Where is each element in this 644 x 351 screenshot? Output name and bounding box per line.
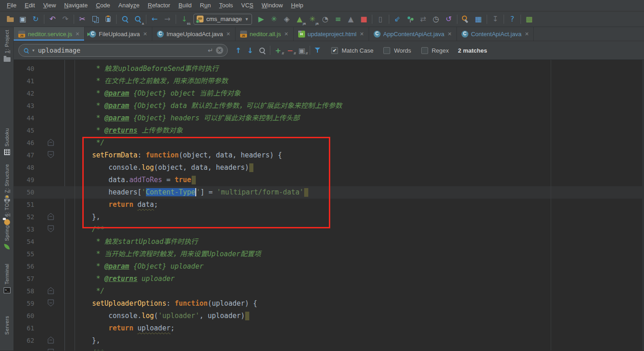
code-line-57[interactable]: 57 * @returns uploader (14, 273, 644, 285)
code-line-43[interactable]: 43 * @param {Object} data 默认的上传参数，可以扩展此对… (14, 100, 644, 112)
tab-AppContentApiAct.java[interactable]: AppContentApiAct.java✕ (369, 27, 457, 41)
line-number[interactable]: 50 (14, 186, 34, 199)
pull-icon[interactable]: ↧ (489, 13, 502, 25)
remove-occurrence-icon[interactable]: −II (284, 44, 296, 56)
editor-scrollbar[interactable] (642, 60, 644, 351)
close-icon[interactable]: ✕ (75, 31, 80, 37)
tool-button-sudoku[interactable]: Sudoku (0, 128, 14, 155)
run-icon[interactable]: ▶ (255, 13, 268, 25)
debug-icon[interactable]: ✳ (268, 13, 280, 25)
run-anything-icon[interactable]: ▲ (344, 13, 357, 25)
device-preview-icon[interactable]: ▯ (374, 13, 387, 25)
menu-help[interactable]: Help (287, 0, 307, 11)
save-all-icon[interactable]: ▣ (16, 13, 29, 25)
code-line-47[interactable]: 47 setFormData: function(object, data, h… (14, 149, 644, 162)
tool-button-6-todo[interactable]: 6: TODO (0, 195, 14, 225)
menu-file[interactable]: File (3, 0, 21, 11)
checkbox-match-case[interactable]: ✔Match Case (331, 47, 373, 54)
line-number[interactable]: 43 (14, 100, 34, 112)
tab-FileUpload.java[interactable]: FileUpload.java✕ (85, 27, 152, 41)
code-line-46[interactable]: 46 */ (14, 137, 644, 149)
jrebel-run-icon[interactable]: ▲JR (293, 13, 306, 25)
forward-icon[interactable]: → (161, 13, 174, 25)
line-number[interactable]: 44 (14, 112, 34, 124)
code-line-62[interactable]: 62 }, (14, 335, 644, 347)
fold-marker-down[interactable] (48, 299, 54, 308)
code-line-42[interactable]: 42 * @param {Object} object 当前上传对象 (14, 87, 644, 100)
close-icon[interactable]: ✕ (525, 31, 529, 37)
line-number[interactable]: 41 (14, 75, 34, 87)
line-number[interactable]: 42 (14, 87, 34, 100)
compare-icon[interactable]: ⇄ (417, 13, 429, 25)
menu-edit[interactable]: Edit (21, 0, 39, 11)
fold-marker-down[interactable] (48, 225, 54, 234)
find-icon[interactable] (118, 13, 131, 25)
commit-icon[interactable] (404, 13, 417, 25)
code-line-41[interactable]: 41 * 在文件上传之前触发，用来添加附带参数 (14, 75, 644, 87)
line-number[interactable]: 63 (14, 347, 34, 351)
select-all-occurrences-icon[interactable]: ▣II (296, 44, 308, 56)
paste-icon[interactable] (102, 13, 114, 25)
line-number[interactable]: 55 (14, 248, 34, 260)
menu-refactor[interactable]: Refactor (144, 0, 174, 11)
tool-button-servers[interactable]: Servers (0, 316, 14, 335)
redo-icon[interactable]: ↷ (59, 13, 72, 25)
find-in-path-icon[interactable]: A (131, 13, 144, 25)
menu-run[interactable]: Run (196, 0, 215, 11)
code-line-58[interactable]: 58 */ (14, 285, 644, 297)
fold-marker-down[interactable] (48, 349, 54, 351)
rollback-icon[interactable]: ↺ (442, 13, 455, 25)
line-number[interactable]: 51 (14, 199, 34, 211)
profiler-icon[interactable]: ≡ (332, 13, 344, 25)
run-with-coverage-icon[interactable]: ◔ (319, 13, 332, 25)
project-structure-icon[interactable]: ▦ (472, 13, 485, 25)
find-all-icon[interactable] (256, 44, 268, 56)
menu-build[interactable]: Build (174, 0, 196, 11)
code-line-44[interactable]: 44 * @param {Object} headers 可以扩展此对象来控制上… (14, 112, 644, 124)
fold-marker-up[interactable] (48, 287, 54, 296)
close-icon[interactable]: ✕ (226, 31, 230, 37)
prev-occurrence-icon[interactable]: ↑ (232, 44, 244, 56)
copy-icon[interactable] (89, 13, 102, 25)
line-number[interactable]: 47 (14, 149, 34, 162)
settings-wrench-icon[interactable] (459, 13, 472, 25)
search-query[interactable]: uploadimage (38, 47, 205, 54)
line-number[interactable]: 49 (14, 174, 34, 186)
help-icon[interactable]: ? (506, 13, 519, 25)
code-line-60[interactable]: 60 console.log('uploader', uploader) (14, 310, 644, 322)
tab-neditor.service.js[interactable]: neditor.service.js✕ (14, 27, 85, 41)
add-occurrence-icon[interactable]: +II (272, 44, 284, 56)
close-icon[interactable]: ✕ (284, 31, 288, 37)
code-line-56[interactable]: 56 * @param {Object} uploader (14, 260, 644, 273)
code-line-52[interactable]: 52 }, (14, 211, 644, 223)
undo-icon[interactable]: ↶ (46, 13, 59, 25)
search-input[interactable]: ▼ uploadimage ↵ ✕ (18, 44, 228, 57)
line-number[interactable]: 46 (14, 137, 34, 149)
stop-icon[interactable]: ■ (357, 13, 370, 25)
line-number[interactable]: 40 (14, 63, 34, 75)
clear-search-icon[interactable]: ✕ (216, 47, 223, 54)
local-history-icon[interactable]: ◷ (429, 13, 442, 25)
line-number[interactable]: 59 (14, 297, 34, 310)
menu-analyze[interactable]: Analyze (114, 0, 144, 11)
code-line-59[interactable]: 59 setUploaderOptions: function(uploader… (14, 297, 644, 310)
checkbox-icon[interactable]: ✔ (331, 47, 338, 54)
code-line-49[interactable]: 49 data.addToRes = true (14, 174, 644, 186)
checkbox-icon[interactable] (421, 47, 428, 54)
tool-button-1-project[interactable]: 1: Project (0, 30, 14, 62)
code-line-55[interactable]: 55 * 当开始上传流程时触发，用来设置Uploader配置项 (14, 248, 644, 260)
fold-marker-up[interactable] (48, 213, 54, 222)
menu-code[interactable]: Code (92, 0, 114, 11)
line-number[interactable]: 52 (14, 211, 34, 223)
fold-marker-up[interactable] (48, 336, 54, 346)
open-file-icon[interactable] (4, 13, 16, 25)
fold-marker-up[interactable] (48, 139, 54, 148)
back-icon[interactable]: ← (148, 13, 161, 25)
checkbox-regex[interactable]: Regex (421, 47, 449, 54)
line-number[interactable]: 60 (14, 310, 34, 322)
jrebel-debug-icon[interactable]: ✳JR (306, 13, 319, 25)
line-number[interactable]: 58 (14, 285, 34, 297)
menu-view[interactable]: View (39, 0, 60, 11)
code-pane[interactable]: 40 * 触发uploadBeforeSend事件时执行41 * 在文件上传之前… (14, 60, 644, 351)
line-number[interactable]: 54 (14, 236, 34, 248)
